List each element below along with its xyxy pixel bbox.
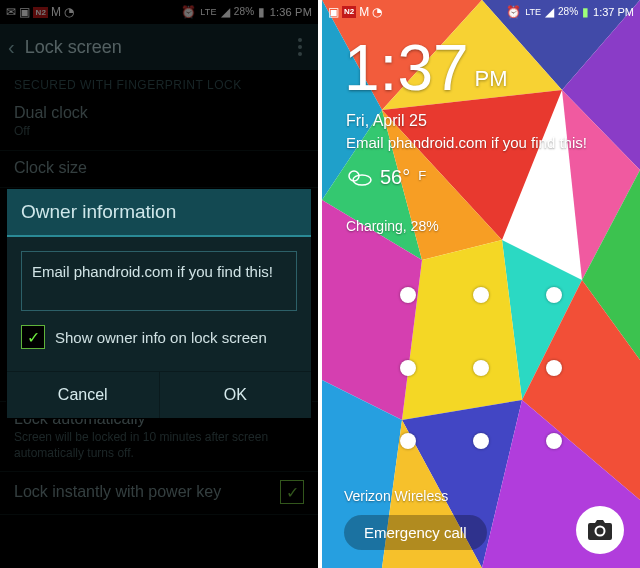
status-bar-right: ▣ N2 M ◔ ⏰ LTE ◢ 28% ▮ 1:37 PM: [322, 0, 640, 24]
lte-label: LTE: [525, 8, 541, 17]
lock-date: Fri, April 25: [346, 112, 427, 130]
battery-percent: 28%: [558, 7, 578, 17]
pattern-dot[interactable]: [546, 360, 562, 376]
lock-screen: ▣ N2 M ◔ ⏰ LTE ◢ 28% ▮ 1:37 PM 1:37 PM F…: [322, 0, 640, 568]
camera-icon: [588, 520, 612, 540]
pattern-dot[interactable]: [473, 287, 489, 303]
owner-info-dialog: Owner information Email phandroid.com if…: [6, 188, 312, 419]
dialog-title: Owner information: [7, 189, 311, 237]
clock-time: 1:37: [344, 36, 469, 100]
settings-screen: ✉ ▣ N2 M ◔ ⏰ LTE ◢ 28% ▮ 1:36 PM ‹ Lock …: [0, 0, 318, 568]
cancel-button[interactable]: Cancel: [7, 372, 159, 418]
weather-temp: 56°: [380, 166, 410, 189]
status-clock-right: 1:37 PM: [593, 6, 634, 18]
status-notification-icons: ▣ N2 M ◔: [328, 6, 382, 18]
carrier-label: Verizon Wireless: [344, 488, 448, 504]
clock-icon: ◔: [372, 6, 382, 18]
weather-partly-cloudy-icon: [346, 168, 372, 188]
checkbox-checked-icon: ✓: [21, 325, 45, 349]
battery-charging-icon: ▮: [582, 6, 589, 18]
mail-icon: M: [359, 6, 369, 18]
pattern-dot[interactable]: [400, 287, 416, 303]
weather-widget: 56°F: [346, 166, 426, 189]
pattern-dot[interactable]: [473, 360, 489, 376]
owner-info-text: Email phandroid.com if you find this!: [346, 134, 587, 151]
camera-shortcut-button[interactable]: [576, 506, 624, 554]
show-owner-checkbox[interactable]: ✓ Show owner info on lock screen: [21, 325, 297, 349]
charging-status: Charging, 28%: [346, 218, 439, 234]
pattern-unlock-grid[interactable]: [371, 258, 591, 478]
pattern-dot[interactable]: [400, 360, 416, 376]
signal-icon: ◢: [545, 6, 554, 18]
alarm-icon: ⏰: [506, 6, 521, 18]
clock-ampm: PM: [475, 66, 508, 100]
lock-clock: 1:37 PM: [344, 36, 508, 100]
ok-button[interactable]: OK: [159, 372, 312, 418]
weather-unit: F: [418, 168, 426, 183]
screenshot-icon: ▣: [328, 6, 339, 18]
checkbox-label: Show owner info on lock screen: [55, 329, 267, 346]
news-badge-icon: N2: [342, 6, 356, 18]
pattern-dot[interactable]: [400, 433, 416, 449]
pattern-dot[interactable]: [546, 433, 562, 449]
pattern-dot[interactable]: [473, 433, 489, 449]
owner-info-input[interactable]: Email phandroid.com if you find this!: [21, 251, 297, 311]
emergency-call-button[interactable]: Emergency call: [344, 515, 487, 550]
pattern-dot[interactable]: [546, 287, 562, 303]
